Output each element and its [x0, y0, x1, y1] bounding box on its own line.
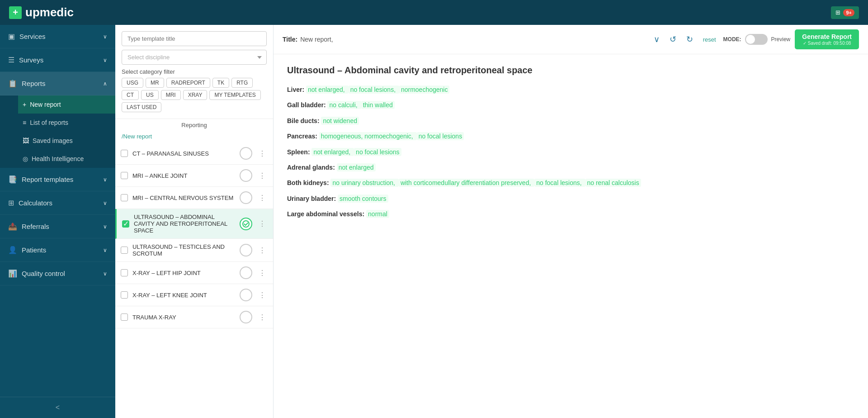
template-checkbox-trauma-xray[interactable] — [121, 314, 128, 321]
finding-key-7: Urinary bladder: — [287, 195, 338, 202]
main-layout: ▣ Services ∨ ☰ Surveys ∨ 📋 Reports ∧ + N… — [0, 25, 868, 418]
template-menu-btn-usg-abdominal[interactable]: ⋮ — [257, 218, 268, 229]
template-checkbox-ct-paranasal[interactable] — [121, 150, 128, 157]
sidebar-collapse-button[interactable]: < — [0, 397, 115, 418]
sidebar-item-report-templates[interactable]: 📑 Report templates ∨ — [0, 168, 115, 191]
sidebar-item-reports-label: Reports — [22, 80, 46, 87]
undo-button[interactable]: ↺ — [667, 33, 679, 45]
saved-images-icon: 🖼 — [23, 137, 29, 144]
middle-panel: Select discipline Select category filter… — [115, 25, 274, 418]
filter-tag-last-used[interactable]: LAST USED — [122, 102, 161, 112]
discipline-select[interactable]: Select discipline — [122, 50, 267, 65]
quality-control-icon: 📊 — [8, 269, 17, 278]
report-toolbar: Title: New report, ∨ ↺ ↻ reset MODE: Pre… — [274, 25, 868, 54]
template-checkbox-usg-testicles[interactable] — [121, 247, 128, 254]
template-checkbox-mri-cns[interactable] — [121, 194, 128, 201]
template-name-trauma-xray: TRAUMA X-RAY — [132, 314, 235, 321]
filter-tag-tk[interactable]: TK — [212, 78, 229, 88]
filter-tag-radreport[interactable]: RADREPORT — [166, 78, 210, 88]
template-item-ct-paranasal[interactable]: CT – PARANASAL SINUSES⋮ — [115, 142, 273, 165]
template-menu-btn-xray-hip[interactable]: ⋮ — [257, 268, 268, 278]
logo-text: upmedic — [25, 5, 74, 19]
template-circle-usg-abdominal[interactable] — [240, 218, 252, 230]
finding-val-4-1: no focal lesions — [354, 148, 401, 156]
template-menu-btn-ct-paranasal[interactable]: ⋮ — [257, 148, 268, 159]
filter-tag-mri[interactable]: MRI — [161, 90, 181, 100]
toolbar-actions: ∨ ↺ ↻ reset MODE: Preview Generate Repor… — [651, 29, 859, 49]
reset-button[interactable]: reset — [700, 35, 719, 44]
sidebar-item-services-label: Services — [19, 33, 46, 40]
header-right: ⊞ 9+ — [831, 6, 859, 19]
report-finding-7: Urinary bladder: smooth contours — [287, 194, 854, 204]
preview-label: Preview — [771, 36, 791, 43]
template-menu-btn-mri-cns[interactable]: ⋮ — [257, 193, 268, 203]
template-menu-btn-trauma-xray[interactable]: ⋮ — [257, 312, 268, 323]
filter-tag-my-templates[interactable]: MY TEMPLATES — [209, 90, 260, 100]
sidebar-item-surveys[interactable]: ☰ Surveys ∨ — [0, 48, 115, 72]
reports-chevron: ∧ — [103, 81, 107, 87]
list-reports-icon: ≡ — [23, 119, 26, 126]
filter-tag-us[interactable]: US — [141, 90, 159, 100]
template-circle-mri-ankle[interactable] — [240, 169, 252, 182]
sidebar-item-saved-images[interactable]: 🖼 Saved images — [18, 132, 115, 150]
template-item-trauma-xray[interactable]: TRAUMA X-RAY⋮ — [115, 306, 273, 328]
generate-report-button[interactable]: Generate Report ✓ Saved draft: 09:50:08 — [795, 29, 859, 49]
filter-tag-usg[interactable]: USG — [122, 78, 143, 88]
sidebar-item-reports[interactable]: 📋 Reports ∧ — [0, 72, 115, 95]
template-item-xray-hip[interactable]: X-RAY – LEFT HIP JOINT⋮ — [115, 262, 273, 284]
finding-val-0-1: no focal lesions, — [349, 86, 399, 94]
filter-tag-xray[interactable]: XRAY — [183, 90, 208, 100]
redo-button[interactable]: ↻ — [684, 33, 696, 45]
template-name-ct-paranasal: CT – PARANASAL SINUSES — [132, 150, 235, 157]
template-checkbox-xray-hip[interactable] — [121, 269, 128, 276]
grid-icon-button[interactable]: ⊞ 9+ — [831, 6, 859, 19]
sidebar-item-saved-images-label: Saved images — [33, 137, 73, 144]
template-menu-btn-xray-knee[interactable]: ⋮ — [257, 290, 268, 300]
finding-val-1-0: no calculi, — [327, 101, 361, 109]
sidebar-item-referrals-label: Referrals — [22, 223, 49, 230]
sidebar-item-new-report-label: New report — [30, 101, 61, 108]
sidebar-item-list-of-reports[interactable]: ≡ List of reports — [18, 114, 115, 132]
template-menu-btn-mri-ankle[interactable]: ⋮ — [257, 171, 268, 181]
chevron-down-button[interactable]: ∨ — [651, 33, 662, 45]
finding-val-6-1: with corticomedullary differentiation pr… — [399, 179, 534, 187]
new-report-link[interactable]: /New report — [115, 130, 273, 142]
filter-tag-rtg[interactable]: RTG — [231, 78, 253, 88]
sidebar-item-new-report[interactable]: + New report — [18, 95, 115, 114]
template-item-usg-abdominal[interactable]: ✓ULTRASOUND – ABDOMINAL CAVITY AND RETRO… — [115, 209, 273, 239]
filter-tag-ct[interactable]: CT — [122, 90, 139, 100]
template-item-mri-cns[interactable]: MRI – CENTRAL NERVOUS SYSTEM⋮ — [115, 187, 273, 209]
template-title-input[interactable] — [122, 31, 267, 46]
finding-key-4: Spleen: — [287, 148, 311, 156]
template-circle-xray-hip[interactable] — [240, 266, 252, 279]
template-checkbox-xray-knee[interactable] — [121, 291, 128, 299]
template-menu-btn-usg-testicles[interactable]: ⋮ — [257, 245, 268, 256]
template-item-xray-knee[interactable]: X-RAY – LEFT KNEE JOINT⋮ — [115, 284, 273, 306]
filter-tag-mr[interactable]: MR — [146, 78, 164, 88]
template-checkbox-mri-ankle[interactable] — [121, 172, 128, 179]
app-header: + upmedic ⊞ 9+ — [0, 0, 868, 25]
finding-key-3: Pancreas: — [287, 133, 319, 140]
preview-toggle[interactable] — [745, 34, 768, 45]
template-circle-xray-knee[interactable] — [240, 289, 252, 301]
template-circle-trauma-xray[interactable] — [240, 311, 252, 323]
template-circle-usg-testicles[interactable] — [240, 244, 252, 256]
sidebar-item-calculators[interactable]: ⊞ Calculators ∨ — [0, 191, 115, 215]
sidebar-item-patients[interactable]: 👤 Patients ∨ — [0, 238, 115, 262]
template-checkbox-usg-abdominal[interactable]: ✓ — [122, 220, 129, 228]
sidebar-item-quality-control[interactable]: 📊 Quality control ∨ — [0, 262, 115, 285]
report-finding-3: Pancreas: homogeneous, normoechogenic, n… — [287, 131, 854, 141]
report-finding-5: Adrenal glands: not enlarged — [287, 162, 854, 172]
patients-icon: 👤 — [8, 246, 17, 254]
template-circle-mri-cns[interactable] — [240, 191, 252, 204]
sidebar-item-health-intelligence[interactable]: ◎ Health Intelligence — [18, 150, 115, 168]
template-item-mri-ankle[interactable]: MRI – ANKLE JOINT⋮ — [115, 165, 273, 187]
finding-val-7-0: smooth contours — [338, 195, 388, 203]
template-item-usg-testicles[interactable]: ULTRASOUND – TESTICLES AND SCROTUM⋮ — [115, 239, 273, 262]
sidebar-item-referrals[interactable]: 📤 Referrals ∨ — [0, 215, 115, 238]
template-circle-ct-paranasal[interactable] — [240, 147, 252, 160]
sidebar-item-services[interactable]: ▣ Services ∨ — [0, 25, 115, 48]
report-main-title: Ultrasound – Abdominal cavity and retrop… — [287, 65, 854, 76]
notification-badge: 9+ — [843, 9, 854, 16]
quality-control-chevron: ∨ — [103, 271, 107, 277]
